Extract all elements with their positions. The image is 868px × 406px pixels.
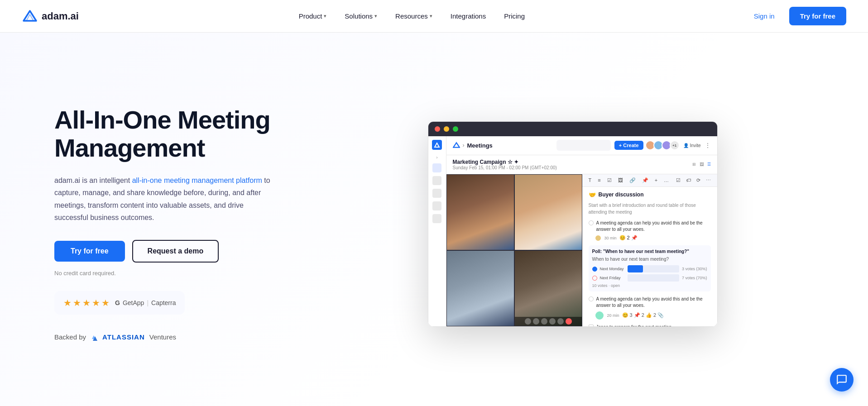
sidebar-item-3[interactable] <box>432 189 441 198</box>
nav-pricing[interactable]: Pricing <box>497 9 532 24</box>
window-minimize-dot <box>444 126 449 132</box>
hero-request-demo-button[interactable]: Request a demo <box>132 240 219 263</box>
toolbar-more[interactable]: … <box>662 177 671 184</box>
panel-item-1: A meeting agenda can help you avoid this… <box>589 220 711 242</box>
sidebar-item-5[interactable] <box>432 214 441 223</box>
nav-resources[interactable]: Resources ▾ <box>388 9 440 24</box>
poll-footer: 10 votes · open <box>592 283 707 288</box>
panel-area: T ≡ ☑ 🖼 🔗 📌 + … ☑ 🏷 <box>582 174 717 326</box>
poll-opt2-count: 7 votes (70%) <box>682 276 707 280</box>
item-2-text: A meeting agenda can help you avoid this… <box>596 296 711 309</box>
rating-brands: G GetApp | Capterra <box>115 299 176 306</box>
panel-toolbar: T ≡ ☑ 🖼 🔗 📌 + … ☑ 🏷 <box>582 174 717 187</box>
poll-radio-2[interactable] <box>592 276 597 281</box>
chat-btn[interactable] <box>557 318 564 325</box>
app-mockup: › › Meetings <box>428 121 718 327</box>
poll-radio-1[interactable] <box>592 267 597 272</box>
panel-desc: Start with a brief introduction and roun… <box>589 202 711 215</box>
meeting-time: Sunday Feb 15, 01:00 PM - 02:00 PM (GMT+… <box>453 165 557 170</box>
poll-bar-1 <box>628 265 643 272</box>
cam-btn[interactable] <box>533 318 539 325</box>
video-cell-3 <box>446 250 514 326</box>
hero-buttons: Try for free Request a demo <box>54 240 272 263</box>
checkbox-3[interactable] <box>589 325 594 326</box>
sidebar-item-1[interactable] <box>432 163 441 172</box>
poll-title: Poll: "When to have our next team meetin… <box>592 249 707 254</box>
search-bar[interactable] <box>556 140 611 151</box>
star-2: ★ <box>73 297 81 308</box>
poll-bar-1-wrap <box>628 265 679 272</box>
list-icon: ☰ <box>707 162 711 167</box>
sidebar-item-2[interactable] <box>432 176 441 185</box>
item-1-meta: 30 min 😊 2 📌 <box>596 234 711 242</box>
toolbar-add[interactable]: + <box>653 177 659 184</box>
screen-btn[interactable] <box>541 318 547 325</box>
mic-btn[interactable] <box>525 318 531 325</box>
chat-icon <box>836 374 848 386</box>
person-icon: 👤 <box>683 143 689 148</box>
poll-bar-2 <box>628 274 664 282</box>
toolbar-check2[interactable]: ☑ <box>674 177 682 184</box>
invite-button[interactable]: 👤 Invite <box>683 143 701 148</box>
poll-section: Poll: "When to have our next team meetin… <box>589 245 711 291</box>
app-inner: › › Meetings <box>428 136 717 326</box>
nav-solutions[interactable]: Solutions ▾ <box>337 9 384 24</box>
nav-actions: Sign in Try for free <box>745 7 846 25</box>
chat-button[interactable] <box>830 368 854 392</box>
poll-bar-2-wrap <box>628 274 679 282</box>
hero-section: All-In-One Meeting Management adam.ai is… <box>0 33 868 406</box>
item-1-avatar <box>595 234 602 242</box>
app-sidebar: › <box>428 136 446 326</box>
video-cell-4 <box>514 250 582 326</box>
toolbar-check[interactable]: ☑ <box>605 177 614 184</box>
nav-product[interactable]: Product ▾ <box>292 9 334 24</box>
star-5: ★ <box>101 297 110 308</box>
toolbar-list[interactable]: ≡ <box>596 177 602 184</box>
toolbar-image[interactable]: 🖼 <box>616 177 625 184</box>
avatar-count: +1 <box>670 140 680 150</box>
assignee-avatar <box>595 310 604 320</box>
hero-try-free-button[interactable]: Try for free <box>54 241 125 262</box>
more-icon[interactable]: ⋮ <box>705 142 711 149</box>
meeting-row[interactable]: Marketing Campaign ☆ ✦ Sunday Feb 15, 01… <box>446 155 717 174</box>
end-call-btn[interactable] <box>566 318 572 325</box>
breadcrumb-arrow: › <box>463 142 465 148</box>
radio-1[interactable] <box>589 220 594 225</box>
create-button[interactable]: + Create <box>614 141 643 150</box>
toolbar-pin[interactable]: 📌 <box>640 177 650 184</box>
window-close-dot <box>435 126 440 132</box>
window-maximize-dot <box>453 126 458 132</box>
image-icon: 🖼 <box>700 162 704 167</box>
video-person-1 <box>447 175 514 250</box>
toolbar-link[interactable]: 🔗 <box>628 177 638 184</box>
app-body: T ≡ ☑ 🖼 🔗 📌 + … ☑ 🏷 <box>446 174 717 326</box>
signin-button[interactable]: Sign in <box>745 8 784 24</box>
logo-link[interactable]: adam.ai <box>22 8 79 24</box>
toolbar-share[interactable]: ⟳ <box>695 177 702 184</box>
app-topbar-right: + Create +1 👤 Invite ⋮ <box>556 140 711 151</box>
meeting-row-actions: ⊞ 🖼 ☰ <box>692 162 711 167</box>
hero-left: All-In-One Meeting Management adam.ai is… <box>54 106 272 342</box>
poll-opt1-count: 3 votes (30%) <box>682 267 707 271</box>
item-1-text: A meeting agenda can help you avoid this… <box>596 220 711 233</box>
toolbar-dots[interactable]: ⋯ <box>704 177 713 184</box>
logo-icon <box>22 8 38 24</box>
more-btn[interactable] <box>549 318 556 325</box>
radio-2[interactable] <box>589 296 594 301</box>
star-3: ★ <box>82 297 91 308</box>
ventures-text: Ventures <box>149 333 176 341</box>
toolbar-tag[interactable]: 🏷 <box>684 177 693 184</box>
star-4: ★ <box>92 297 100 308</box>
toolbar-text[interactable]: T <box>587 177 594 184</box>
no-credit-card-text: No credit card required. <box>54 270 272 277</box>
poll-question: When to have our next team meeting? <box>592 257 707 262</box>
try-free-button[interactable]: Try for free <box>789 7 846 25</box>
atlassian-logo: ATLASSIAN <box>91 333 145 342</box>
svg-marker-0 <box>24 11 36 21</box>
sidebar-item-4[interactable] <box>432 201 441 210</box>
breadcrumb: › Meetings <box>453 142 493 149</box>
chevron-down-icon: ▾ <box>374 13 377 19</box>
hero-description: adam.ai is an intelligent all-in-one mee… <box>54 174 272 224</box>
atlassian-brand-text: ATLASSIAN <box>102 333 145 341</box>
nav-integrations[interactable]: Integrations <box>443 9 493 24</box>
